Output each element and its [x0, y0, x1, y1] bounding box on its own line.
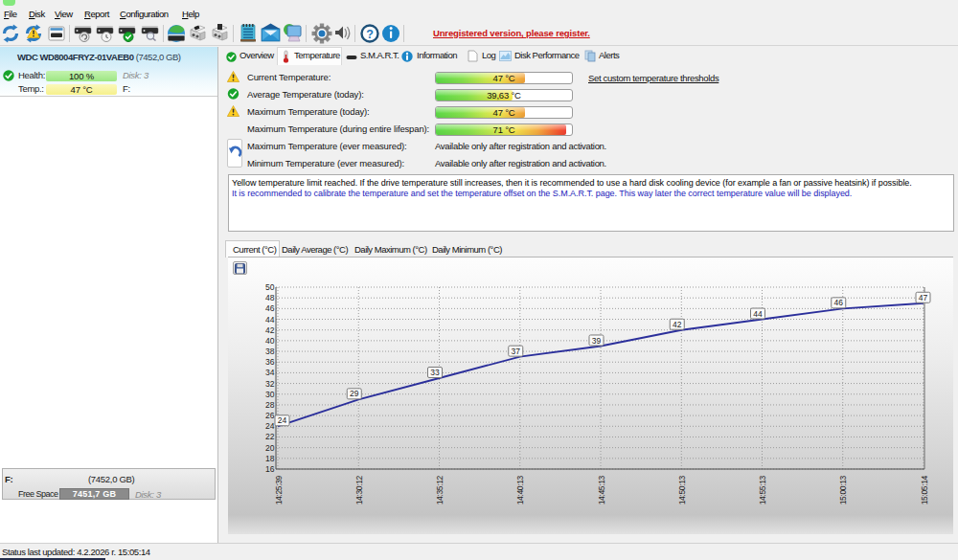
svg-text:30: 30: [265, 390, 275, 399]
svg-text:14:40:13: 14:40:13: [515, 475, 525, 504]
svg-text:44: 44: [265, 315, 275, 325]
svg-text:47: 47: [919, 293, 928, 302]
svg-text:15:00:13: 15:00:13: [838, 475, 848, 504]
svg-text:14:45:13: 14:45:13: [597, 475, 606, 504]
svg-text:42: 42: [673, 320, 682, 329]
svg-text:33: 33: [430, 368, 440, 377]
svg-text:14:35:12: 14:35:12: [435, 475, 445, 504]
svg-text:46: 46: [834, 298, 844, 307]
svg-text:18: 18: [265, 454, 275, 463]
svg-text:34: 34: [265, 368, 275, 377]
svg-text:36: 36: [265, 357, 275, 367]
svg-text:?: ?: [366, 28, 374, 41]
svg-text:14:55:13: 14:55:13: [758, 475, 767, 504]
svg-text:37: 37: [512, 347, 521, 356]
svg-text:28: 28: [265, 400, 275, 410]
svg-text:26: 26: [265, 411, 275, 420]
svg-text:29: 29: [350, 389, 359, 398]
svg-text:24: 24: [265, 421, 275, 431]
svg-text:44: 44: [753, 309, 763, 319]
svg-text:14:25:39: 14:25:39: [274, 475, 284, 504]
svg-text:39: 39: [592, 336, 602, 346]
svg-text:50: 50: [265, 282, 275, 292]
svg-text:20: 20: [265, 443, 275, 453]
svg-text:14:50:13: 14:50:13: [677, 475, 687, 504]
svg-text:14:30:12: 14:30:12: [354, 475, 364, 504]
svg-text:32: 32: [265, 379, 275, 389]
svg-text:40: 40: [265, 336, 275, 346]
svg-text:42: 42: [265, 325, 275, 335]
svg-text:24: 24: [278, 415, 287, 425]
svg-text:15:05:14: 15:05:14: [920, 475, 929, 504]
svg-text:38: 38: [265, 347, 275, 356]
svg-text:48: 48: [265, 293, 275, 302]
svg-text:46: 46: [265, 303, 275, 313]
svg-text:16: 16: [265, 464, 275, 474]
svg-text:22: 22: [265, 432, 275, 441]
